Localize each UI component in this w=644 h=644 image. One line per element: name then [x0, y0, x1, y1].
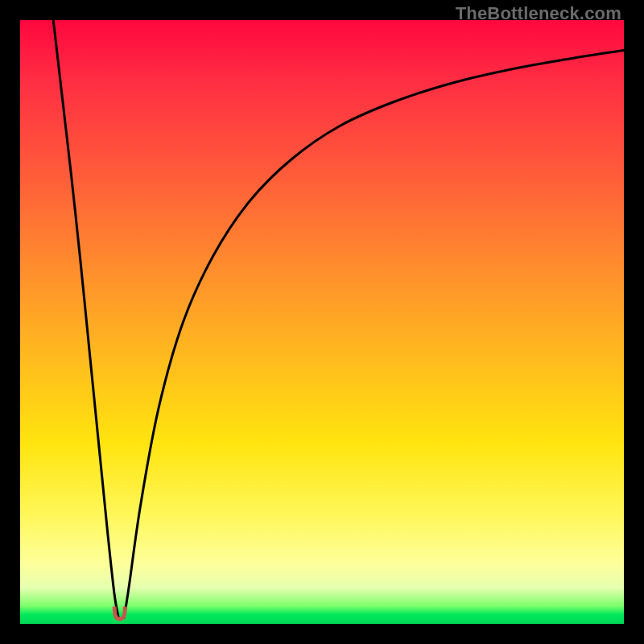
curve-left-branch [53, 20, 118, 618]
curve-right-branch [124, 51, 624, 618]
minimum-marker [113, 606, 127, 621]
watermark-text: TheBottleneck.com [456, 3, 621, 24]
chart-stage: TheBottleneck.com [0, 0, 644, 644]
curve-layer [20, 20, 624, 624]
